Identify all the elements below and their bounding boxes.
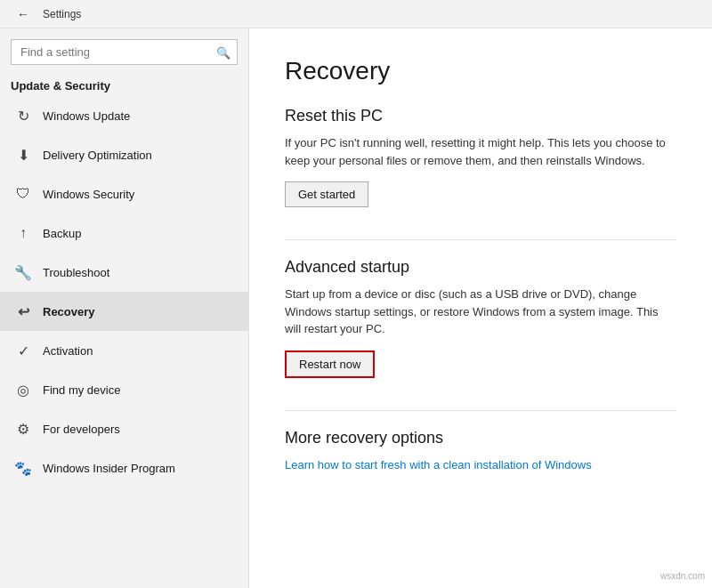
sidebar-item-label: Troubleshoot bbox=[43, 266, 109, 279]
sidebar-item-label: Delivery Optimization bbox=[43, 149, 152, 162]
sidebar-item-activation[interactable]: ✓ Activation bbox=[0, 331, 248, 370]
windows-update-icon: ↻ bbox=[14, 107, 32, 125]
sidebar-item-delivery-optimization[interactable]: ⬇ Delivery Optimization bbox=[0, 135, 248, 174]
sidebar-item-find-my-device[interactable]: ◎ Find my device bbox=[0, 370, 248, 409]
sidebar-item-recovery[interactable]: ↩ Recovery bbox=[0, 292, 248, 331]
sidebar-item-windows-update[interactable]: ↻ Windows Update bbox=[0, 96, 248, 135]
page-title: Recovery bbox=[285, 57, 676, 85]
main-container: 🔍 Update & Security ↻ Windows Update ⬇ D… bbox=[0, 28, 712, 588]
app-title: Settings bbox=[43, 8, 81, 20]
windows-insider-icon: 🐾 bbox=[14, 459, 32, 477]
recovery-icon: ↩ bbox=[14, 302, 32, 320]
search-container: 🔍 bbox=[11, 39, 238, 65]
restart-now-button[interactable]: Restart now bbox=[285, 350, 375, 378]
watermark: wsxdn.com bbox=[660, 571, 705, 581]
find-my-device-icon: ◎ bbox=[14, 381, 32, 399]
sidebar-item-for-developers[interactable]: ⚙ For developers bbox=[0, 409, 248, 448]
search-input[interactable] bbox=[11, 39, 238, 65]
advanced-startup-title: Advanced startup bbox=[285, 258, 676, 277]
sidebar-item-troubleshoot[interactable]: 🔧 Troubleshoot bbox=[0, 253, 248, 292]
troubleshoot-icon: 🔧 bbox=[14, 263, 32, 281]
advanced-startup-description: Start up from a device or disc (such as … bbox=[285, 286, 668, 338]
backup-icon: ↑ bbox=[14, 224, 32, 242]
windows-security-icon: 🛡 bbox=[14, 185, 32, 203]
section-divider-1 bbox=[285, 239, 676, 240]
get-started-button[interactable]: Get started bbox=[285, 181, 368, 207]
sidebar-item-label: Find my device bbox=[43, 383, 120, 397]
sidebar-item-label: Backup bbox=[43, 227, 81, 240]
sidebar: 🔍 Update & Security ↻ Windows Update ⬇ D… bbox=[0, 28, 249, 588]
reset-pc-description: If your PC isn't running well, resetting… bbox=[285, 134, 668, 169]
sidebar-item-label: Windows Security bbox=[43, 188, 134, 201]
title-bar: ← Settings bbox=[0, 0, 712, 28]
back-button[interactable]: ← bbox=[11, 2, 36, 27]
sidebar-item-windows-security[interactable]: 🛡 Windows Security bbox=[0, 174, 248, 213]
more-recovery-title: More recovery options bbox=[285, 429, 676, 447]
clean-install-link[interactable]: Learn how to start fresh with a clean in… bbox=[285, 458, 592, 471]
sidebar-section-title: Update & Security bbox=[0, 72, 248, 96]
sidebar-item-label: Windows Insider Program bbox=[43, 462, 175, 475]
reset-pc-title: Reset this PC bbox=[285, 107, 676, 125]
for-developers-icon: ⚙ bbox=[14, 420, 32, 438]
section-divider-2 bbox=[285, 410, 676, 411]
sidebar-item-windows-insider[interactable]: 🐾 Windows Insider Program bbox=[0, 448, 248, 487]
search-icon: 🔍 bbox=[216, 45, 231, 59]
sidebar-item-backup[interactable]: ↑ Backup bbox=[0, 213, 248, 253]
sidebar-item-label: For developers bbox=[43, 423, 120, 436]
delivery-optimization-icon: ⬇ bbox=[14, 146, 32, 164]
sidebar-item-label: Activation bbox=[43, 344, 93, 358]
activation-icon: ✓ bbox=[14, 342, 32, 359]
content-area: Recovery Reset this PC If your PC isn't … bbox=[249, 28, 712, 588]
sidebar-item-label: Windows Update bbox=[43, 109, 130, 123]
sidebar-item-label: Recovery bbox=[43, 305, 95, 318]
